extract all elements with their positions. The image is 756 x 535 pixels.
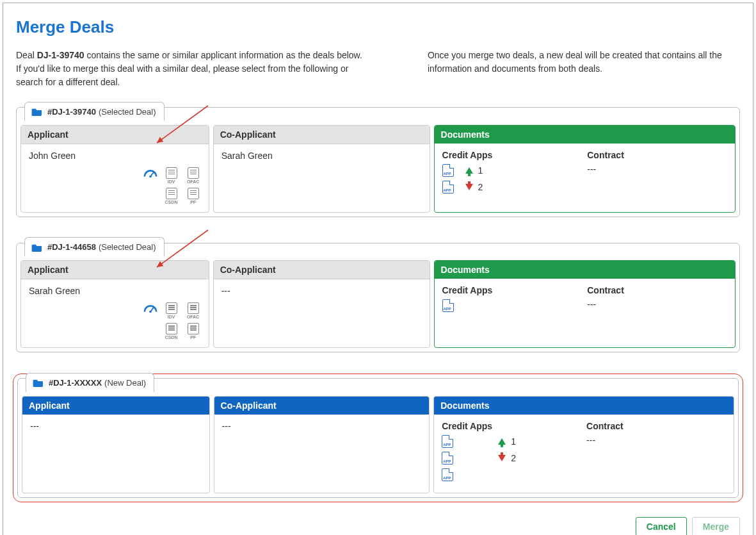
- svg-point-3: [149, 311, 152, 313]
- ofac-icon: OFAC: [186, 167, 201, 184]
- credit-apps-title: Credit Apps: [442, 150, 583, 160]
- contract-col: Contract ---: [586, 421, 726, 485]
- intro-right: Once you merge two deals, a new deal wil…: [428, 49, 740, 89]
- intro-deal-id: DJ-1-39740: [37, 50, 84, 60]
- credit-apps-title: Credit Apps: [442, 285, 583, 295]
- merge-button[interactable]: Merge: [692, 517, 740, 536]
- credit-app-icon: [442, 164, 454, 177]
- credit-app-line: [442, 299, 583, 312]
- idv-icon: IDV: [164, 302, 179, 319]
- dialog-actions: Cancel Merge: [16, 517, 740, 536]
- documents-panel: Documents Credit Apps 1 2 Contract ---: [434, 125, 736, 213]
- page-title: Merge Deals: [16, 17, 740, 37]
- contract-value: ---: [587, 299, 727, 309]
- cancel-button[interactable]: Cancel: [636, 517, 687, 536]
- co-applicant-name: ---: [221, 286, 422, 296]
- deal-block-2[interactable]: #DJ-1-XXXXX (New Deal) Applicant --- Co-…: [17, 378, 739, 498]
- deal-body: Applicant Sarah Green IDV OFAC CSDN PF C…: [17, 256, 739, 352]
- contract-col: Contract ---: [587, 150, 727, 197]
- credit-apps-col: Credit Apps 1 2: [442, 421, 581, 485]
- deal-block-0[interactable]: #DJ-1-39740 (Selected Deal) Applicant Jo…: [16, 107, 740, 217]
- credit-app-line: 2: [442, 181, 583, 193]
- applicant-header: Applicant: [21, 261, 209, 279]
- documents-header: Documents: [434, 397, 734, 415]
- merge-deals-dialog: Merge Deals Deal DJ-1-39740 contains the…: [3, 3, 753, 535]
- deal-id: #DJ-1-44658: [47, 242, 96, 252]
- intro-text-row: Deal DJ-1-39740 contains the same or sim…: [16, 49, 740, 89]
- credit-app-line: [442, 468, 581, 481]
- deal-sub: (Selected Deal): [99, 107, 156, 117]
- documents-panel: Documents Credit Apps Contract ---: [434, 260, 736, 348]
- deal-body: Applicant --- Co-Applicant --- Documents…: [18, 392, 738, 497]
- applicant-header: Applicant: [22, 397, 209, 415]
- applicant-name: John Green: [29, 151, 201, 161]
- intro-left: Deal DJ-1-39740 contains the same or sim…: [16, 49, 364, 89]
- contract-col: Contract ---: [587, 285, 727, 316]
- co-applicant-panel: Co-Applicant ---: [213, 260, 430, 348]
- contract-title: Contract: [586, 421, 726, 431]
- applicant-header: Applicant: [21, 126, 209, 144]
- deal-tab[interactable]: #DJ-1-XXXXX (New Deal): [26, 373, 154, 392]
- deal-id: #DJ-1-XXXXX: [49, 378, 102, 388]
- csdn-icon: CSDN: [164, 323, 179, 340]
- co-applicant-header: Co-Applicant: [214, 397, 430, 415]
- arrow-down-icon: 2: [498, 453, 516, 463]
- co-applicant-header: Co-Applicant: [214, 126, 430, 144]
- deal-id: #DJ-1-39740: [47, 107, 96, 117]
- credit-app-icon: [442, 468, 453, 481]
- documents-panel: Documents Credit Apps 1 2 Contract ---: [433, 396, 734, 493]
- co-applicant-panel: Co-Applicant ---: [214, 396, 430, 493]
- intro-prefix: Deal: [16, 50, 37, 60]
- applicant-icon-row-1: IDV OFAC: [29, 302, 201, 319]
- folder-icon: [31, 107, 43, 116]
- credit-app-line: 1: [442, 164, 583, 177]
- applicant-panel: Applicant ---: [22, 396, 210, 493]
- co-applicant-header: Co-Applicant: [214, 261, 430, 279]
- arrow-up-icon: 1: [465, 165, 483, 176]
- applicant-icon-row-1: IDV OFAC: [29, 167, 201, 184]
- arrow-down-icon: 2: [465, 182, 483, 192]
- documents-header: Documents: [435, 261, 735, 279]
- gauge-icon: [143, 167, 157, 179]
- applicant-name: Sarah Green: [29, 286, 201, 296]
- applicant-icon-row-2: CSDN PF: [29, 188, 201, 204]
- deal-body: Applicant John Green IDV OFAC CSDN PF Co…: [17, 121, 739, 217]
- applicant-icon-row-2: CSDN PF: [29, 323, 201, 340]
- contract-title: Contract: [587, 150, 727, 160]
- credit-app-icon: [442, 299, 454, 312]
- co-applicant-name: ---: [222, 421, 422, 431]
- arrow-up-icon: 1: [498, 436, 516, 447]
- contract-title: Contract: [587, 285, 727, 295]
- idv-icon: IDV: [164, 167, 179, 184]
- folder-icon: [33, 378, 44, 387]
- ofac-icon: OFAC: [186, 302, 201, 319]
- contract-value: ---: [587, 164, 727, 174]
- applicant-name: ---: [30, 421, 202, 431]
- deal-sub: (New Deal): [104, 378, 146, 388]
- folder-icon: [31, 243, 43, 252]
- csdn-icon: CSDN: [164, 188, 179, 204]
- credit-apps-col: Credit Apps 1 2: [442, 150, 583, 197]
- co-applicant-name: Sarah Green: [221, 151, 422, 161]
- credit-app-icon: [442, 452, 453, 465]
- deal-tab[interactable]: #DJ-1-44658 (Selected Deal): [24, 237, 165, 256]
- credit-apps-col: Credit Apps: [442, 285, 583, 316]
- pf-icon: PF: [186, 188, 201, 204]
- credit-app-icon: [442, 181, 454, 193]
- deal-block-1[interactable]: #DJ-1-44658 (Selected Deal) Applicant Sa…: [16, 243, 740, 353]
- credit-app-line: 1: [442, 435, 581, 448]
- documents-header: Documents: [435, 126, 735, 144]
- deal-sub: (Selected Deal): [99, 242, 156, 252]
- svg-point-1: [149, 175, 152, 177]
- credit-apps-title: Credit Apps: [442, 421, 581, 431]
- credit-app-line: 2: [442, 452, 581, 465]
- contract-value: ---: [586, 435, 726, 445]
- pf-icon: PF: [186, 323, 201, 340]
- gauge-icon: [143, 302, 157, 314]
- applicant-panel: Applicant John Green IDV OFAC CSDN PF: [20, 125, 209, 213]
- deal-tab[interactable]: #DJ-1-39740 (Selected Deal): [24, 102, 165, 121]
- applicant-panel: Applicant Sarah Green IDV OFAC CSDN PF: [20, 260, 209, 348]
- co-applicant-panel: Co-Applicant Sarah Green: [213, 125, 430, 213]
- credit-app-icon: [442, 435, 453, 448]
